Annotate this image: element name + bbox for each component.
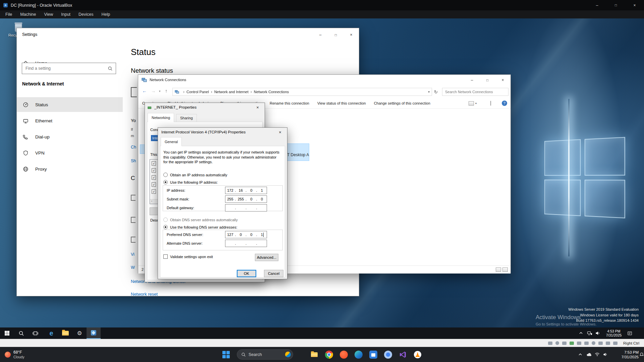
protocol-checkbox[interactable]: ✓: [152, 175, 156, 180]
vbox-cd-status-icon[interactable]: [555, 341, 559, 345]
back-button[interactable]: ←: [142, 88, 147, 94]
vm-clock[interactable]: 4:53 PM7/31/2025: [603, 329, 625, 337]
forward-button[interactable]: →: [151, 88, 156, 94]
file-explorer-icon[interactable]: [58, 327, 72, 339]
notification-icon[interactable]: [639, 352, 644, 357]
netconn-close-button[interactable]: ×: [495, 75, 511, 85]
help-icon[interactable]: ?: [502, 101, 507, 106]
sidebar-item-proxy[interactable]: Proxy: [17, 162, 123, 176]
menu-help[interactable]: Help: [98, 12, 114, 17]
ipv4-close-button[interactable]: ×: [273, 128, 287, 136]
vm-hidden-icons-chevron[interactable]: [579, 331, 583, 335]
address-breadcrumb[interactable]: › Control Panel › Network and Internet ›…: [172, 88, 432, 96]
link-fragment[interactable]: W: [131, 265, 135, 270]
host-volume-tray-icon[interactable]: [603, 352, 608, 357]
use-ip-radio[interactable]: Use the following IP address:: [163, 180, 218, 184]
menu-devices[interactable]: Devices: [74, 12, 97, 17]
host-hidden-icons-chevron[interactable]: [578, 353, 582, 357]
virtualbox-app-icon[interactable]: [87, 327, 101, 339]
internet-explorer-icon[interactable]: e: [44, 327, 58, 339]
protocol-checkbox[interactable]: ✓: [152, 161, 156, 166]
host-network-tray-icon[interactable]: [595, 352, 600, 357]
onedrive-cloud-icon[interactable]: [586, 352, 592, 357]
sidebar-item-status[interactable]: Status: [17, 97, 123, 112]
vm-network-tray-icon[interactable]: [587, 330, 592, 336]
ipv4-titlebar[interactable]: Internet Protocol Version 4 (TCP/IPv4) P…: [158, 128, 287, 137]
default-gateway-field[interactable]: ...: [225, 204, 267, 212]
preferred-dns-field[interactable]: 127.0.0.1: [225, 231, 267, 238]
advanced-button[interactable]: Advanced...: [255, 254, 278, 261]
sidebar-item-ethernet[interactable]: Ethernet: [17, 113, 123, 128]
refresh-icon[interactable]: ↻: [434, 89, 438, 95]
statusbar-thumb-view-icon[interactable]: [502, 267, 508, 272]
scroll-left-arrow[interactable]: ‹: [151, 199, 152, 203]
virtualbox-titlebar[interactable]: DC [Running] - Oracle VirtualBox – □ ×: [0, 0, 644, 10]
vbox-keyboard-status-icon[interactable]: [613, 342, 618, 345]
ip-address-field[interactable]: 172.16.0.1: [225, 187, 267, 194]
protocol-checkbox[interactable]: ✓: [152, 168, 156, 173]
ok-button[interactable]: OK: [237, 270, 256, 277]
menu-view[interactable]: View: [40, 12, 57, 17]
address-dropdown-icon[interactable]: ▾: [428, 90, 430, 94]
statusbar-list-view-icon[interactable]: [496, 267, 501, 272]
file-explorer-icon[interactable]: [307, 347, 322, 362]
link-fragment[interactable]: Vi: [131, 252, 135, 257]
view-options-button[interactable]: ▾: [469, 101, 477, 106]
cancel-button[interactable]: Cancel: [264, 270, 283, 277]
vm-start-button[interactable]: [0, 327, 14, 339]
history-dropdown[interactable]: ▾: [159, 89, 161, 93]
vbox-mouse-status-icon[interactable]: [606, 342, 610, 345]
breadcrumb-network-and-internet[interactable]: Network and Internet: [214, 90, 249, 94]
chromium-icon[interactable]: [381, 347, 395, 362]
brave-icon[interactable]: [336, 347, 351, 362]
settings-titlebar[interactable]: Settings – □ ×: [17, 28, 359, 42]
find-a-setting-input[interactable]: [22, 63, 108, 74]
network-reset-link[interactable]: Network reset: [131, 292, 158, 297]
vbox-recording-status-icon[interactable]: [598, 342, 603, 345]
rename-connection-command[interactable]: Rename this connection: [270, 101, 309, 105]
inet-titlebar[interactable]: _INTERNET_ Properties ×: [145, 103, 265, 112]
obtain-ip-radio[interactable]: Obtain an IP address automatically: [163, 173, 227, 177]
visual-studio-icon[interactable]: [395, 347, 410, 362]
change-settings-command[interactable]: Change settings of this connection: [374, 101, 430, 105]
menu-file[interactable]: File: [1, 12, 16, 17]
settings-maximize-button[interactable]: □: [328, 28, 343, 42]
link-fragment[interactable]: Sh: [131, 159, 136, 163]
tab-networking[interactable]: Networking: [148, 113, 174, 122]
tab-general[interactable]: General: [161, 137, 182, 146]
vbox-close-button[interactable]: ×: [625, 0, 644, 10]
vbox-maximize-button[interactable]: □: [606, 0, 625, 10]
vbox-audio-status-icon[interactable]: [562, 342, 567, 345]
breadcrumb-control-panel[interactable]: Control Panel: [186, 90, 209, 94]
store-icon[interactable]: [366, 347, 381, 362]
validate-settings-checkbox[interactable]: Validate settings upon exit: [163, 254, 213, 259]
vbox-usb-status-icon[interactable]: [577, 342, 581, 345]
settings-gear-icon[interactable]: ⚙: [72, 327, 87, 339]
vbox-display-status-icon[interactable]: [592, 341, 595, 345]
view-status-command[interactable]: View status of this connection: [317, 101, 366, 105]
vbox-minimize-button[interactable]: –: [588, 0, 606, 10]
vm-volume-tray-icon[interactable]: [595, 330, 600, 336]
vm-action-center-icon[interactable]: [627, 331, 632, 336]
host-search-box[interactable]: Search: [237, 349, 293, 360]
tab-sharing[interactable]: Sharing: [176, 114, 197, 122]
edge-icon[interactable]: [351, 347, 366, 362]
breadcrumb-network-connections[interactable]: Network Connections: [254, 90, 289, 94]
vm-search-icon[interactable]: [14, 327, 28, 339]
sidebar-item-vpn[interactable]: VPN: [17, 145, 123, 160]
up-button[interactable]: ↑: [165, 88, 167, 94]
vbox-sharedfolders-status-icon[interactable]: [584, 342, 589, 345]
menu-machine[interactable]: Machine: [16, 12, 40, 17]
protocol-checkbox[interactable]: ✓: [152, 189, 156, 194]
chrome-icon[interactable]: [322, 347, 336, 362]
vbox-network-status-icon[interactable]: [570, 342, 574, 345]
netconn-minimize-button[interactable]: –: [464, 75, 480, 85]
settings-close-button[interactable]: ×: [343, 28, 359, 42]
task-view-icon[interactable]: [28, 327, 42, 339]
subnet-mask-field[interactable]: 255.255.0.0: [225, 195, 267, 203]
sidebar-item-dialup[interactable]: Dial-up: [17, 129, 123, 144]
use-dns-radio[interactable]: Use the following DNS server addresses:: [163, 225, 237, 229]
settings-minimize-button[interactable]: –: [313, 28, 328, 42]
weather-widget[interactable]: 68°F Cloudy: [5, 347, 24, 362]
host-clock[interactable]: 7:53 PM7/31/2025: [614, 350, 639, 359]
